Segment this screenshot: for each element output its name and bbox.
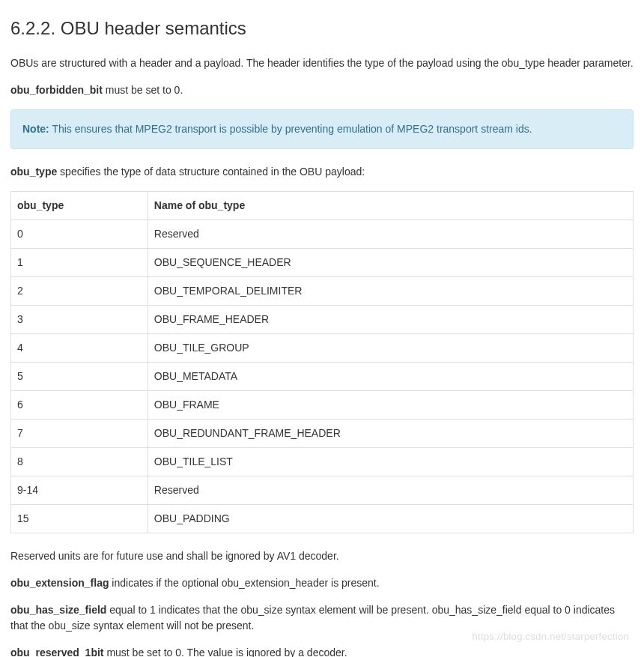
table-row: 6OBU_FRAME bbox=[11, 391, 634, 420]
table-cell-obu-type: 5 bbox=[11, 363, 148, 391]
obu-type-table: obu_type Name of obu_type 0Reserved1OBU_… bbox=[10, 191, 634, 533]
table-row: 5OBU_METADATA bbox=[11, 363, 634, 391]
table-cell-name: OBU_FRAME_HEADER bbox=[148, 306, 633, 334]
obu-type-intro: obu_type specifies the type of data stru… bbox=[10, 164, 634, 180]
table-cell-name: OBU_SEQUENCE_HEADER bbox=[148, 249, 633, 277]
table-cell-name: OBU_METADATA bbox=[148, 363, 633, 391]
table-cell-obu-type: 1 bbox=[11, 249, 148, 277]
table-cell-name: Reserved bbox=[148, 220, 633, 249]
intro-paragraph: OBUs are structured with a header and a … bbox=[10, 55, 634, 71]
table-cell-name: OBU_REDUNDANT_FRAME_HEADER bbox=[148, 420, 633, 448]
table-row: 8OBU_TILE_LIST bbox=[11, 448, 634, 476]
table-row: 0Reserved bbox=[11, 220, 634, 249]
has-size-field-paragraph: obu_has_size_field equal to 1 indicates … bbox=[10, 602, 634, 634]
reserved-1bit-paragraph: obu_reserved_1bit must be set to 0. The … bbox=[10, 645, 634, 657]
table-header-col1: obu_type bbox=[11, 192, 148, 220]
section-heading: 6.2.2. OBU header semantics bbox=[10, 15, 634, 42]
table-cell-obu-type: 4 bbox=[11, 334, 148, 363]
table-cell-obu-type: 15 bbox=[11, 505, 148, 533]
table-cell-obu-type: 8 bbox=[11, 448, 148, 476]
obu-type-intro-text: specifies the type of data structure con… bbox=[57, 166, 365, 178]
extension-flag-paragraph: obu_extension_flag indicates if the opti… bbox=[10, 575, 634, 591]
table-cell-obu-type: 7 bbox=[11, 420, 148, 448]
table-header-col2: Name of obu_type bbox=[148, 192, 633, 220]
table-row: 7OBU_REDUNDANT_FRAME_HEADER bbox=[11, 420, 634, 448]
reserved-note: Reserved units are for future use and sh… bbox=[10, 548, 634, 564]
note-label: Note: bbox=[22, 123, 49, 135]
term-obu-forbidden-bit: obu_forbidden_bit bbox=[10, 84, 103, 96]
table-cell-obu-type: 3 bbox=[11, 306, 148, 334]
table-cell-obu-type: 6 bbox=[11, 391, 148, 420]
table-cell-name: Reserved bbox=[148, 476, 633, 505]
table-cell-obu-type: 9-14 bbox=[11, 476, 148, 505]
table-row: 9-14Reserved bbox=[11, 476, 634, 505]
table-cell-name: OBU_FRAME bbox=[148, 391, 633, 420]
reserved-1bit-text: must be set to 0. The value is ignored b… bbox=[104, 647, 347, 657]
term-obu-type: obu_type bbox=[10, 166, 57, 178]
term-obu-has-size-field: obu_has_size_field bbox=[10, 604, 106, 616]
table-header-row: obu_type Name of obu_type bbox=[11, 192, 634, 220]
forbidden-bit-paragraph: obu_forbidden_bit must be set to 0. bbox=[10, 82, 634, 98]
extension-flag-text: indicates if the optional obu_extension_… bbox=[109, 577, 379, 589]
table-row: 4OBU_TILE_GROUP bbox=[11, 334, 634, 363]
term-obu-reserved-1bit: obu_reserved_1bit bbox=[10, 647, 104, 657]
term-obu-extension-flag: obu_extension_flag bbox=[10, 577, 109, 589]
table-cell-obu-type: 0 bbox=[11, 220, 148, 249]
table-row: 2OBU_TEMPORAL_DELIMITER bbox=[11, 277, 634, 306]
table-cell-name: OBU_TEMPORAL_DELIMITER bbox=[148, 277, 633, 306]
note-box: Note: This ensures that MPEG2 transport … bbox=[10, 109, 634, 149]
table-row: 3OBU_FRAME_HEADER bbox=[11, 306, 634, 334]
note-text: This ensures that MPEG2 transport is pos… bbox=[49, 123, 532, 135]
table-cell-name: OBU_TILE_LIST bbox=[148, 448, 633, 476]
table-row: 15OBU_PADDING bbox=[11, 505, 634, 533]
table-row: 1OBU_SEQUENCE_HEADER bbox=[11, 249, 634, 277]
table-cell-obu-type: 2 bbox=[11, 277, 148, 306]
table-cell-name: OBU_TILE_GROUP bbox=[148, 334, 633, 363]
forbidden-bit-text: must be set to 0. bbox=[103, 84, 183, 96]
table-cell-name: OBU_PADDING bbox=[148, 505, 633, 533]
